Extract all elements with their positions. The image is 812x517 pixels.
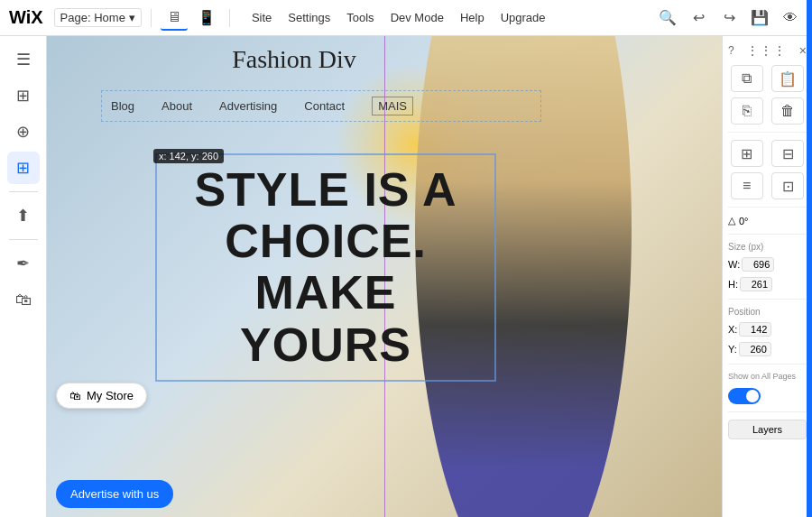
x-value[interactable]: 142 — [739, 322, 771, 337]
add-elements-icon[interactable]: ⊞ — [7, 79, 40, 112]
paste-btn[interactable]: 📋 — [771, 65, 804, 92]
sidebar-divider — [9, 191, 38, 192]
size-label: Size (px) — [728, 242, 807, 252]
save-btn[interactable]: 💾 — [747, 5, 772, 31]
panel-divider — [728, 299, 807, 300]
panel-divider — [728, 132, 807, 133]
divider — [229, 9, 230, 27]
rotation-icon: △ — [728, 215, 735, 226]
coordinate-tooltip: x: 142, y: 260 — [153, 149, 224, 163]
apps-icon[interactable]: ⊞ — [7, 152, 40, 184]
panel-help-btn[interactable]: ? — [728, 44, 734, 57]
menu-help[interactable]: Help — [453, 7, 492, 28]
advertise-button[interactable]: Advertise with us — [56, 480, 173, 508]
menu-site[interactable]: Site — [245, 7, 279, 28]
width-label: W: — [728, 259, 740, 270]
height-label: H: — [728, 279, 738, 290]
panel-copy-row: ⧉ 📋 — [728, 65, 807, 92]
upload-icon[interactable]: ⬆ — [7, 199, 40, 232]
duplicate-btn[interactable]: ⎘ — [731, 97, 763, 125]
toggle-container — [728, 388, 807, 404]
main-text-box[interactable]: STYLE IS A CHOICE. MAKE YOURS — [155, 153, 496, 382]
position-label: Position — [728, 307, 807, 317]
panel-divider — [728, 234, 807, 235]
layout-btn[interactable]: ⊡ — [771, 172, 804, 199]
mobile-view-btn[interactable]: 📱 — [193, 5, 220, 31]
undo-btn[interactable]: ↩ — [686, 5, 711, 31]
panel-dots-btn[interactable]: ⋮⋮⋮ — [746, 43, 787, 58]
top-right-tools: 🔍 ↩ ↪ 💾 👁 — [655, 5, 803, 31]
height-value[interactable]: 261 — [740, 277, 772, 291]
panel-header: ? ⋮⋮⋮ × — [728, 42, 807, 60]
page-name: Page: Home — [60, 11, 125, 24]
page-dropdown-icon: ▾ — [129, 11, 135, 24]
blog-icon[interactable]: ✒ — [7, 247, 40, 280]
panel-divider — [728, 411, 807, 412]
pages-icon[interactable]: ☰ — [7, 43, 40, 76]
width-value[interactable]: 696 — [742, 257, 774, 272]
right-panel: ? ⋮⋮⋮ × ⧉ 📋 ⎘ 🗑 ⊞ ⊟ ≡ ⊡ △ 0° Size (px) W… — [722, 36, 812, 517]
blue-stripe — [807, 0, 812, 36]
store-icon[interactable]: 🛍 — [7, 283, 40, 316]
group-btn[interactable]: ⊞ — [731, 140, 763, 167]
menu-upgrade[interactable]: Upgrade — [494, 7, 553, 28]
search-btn[interactable]: 🔍 — [655, 5, 680, 31]
left-sidebar: ☰ ⊞ ⊕ ⊞ ⬆ ✒ 🛍 — [0, 36, 47, 517]
my-store-button[interactable]: 🛍 My Store — [56, 383, 147, 409]
blue-right-stripe — [807, 36, 812, 517]
height-field: H: 261 — [728, 277, 807, 291]
x-field: X: 142 — [728, 322, 807, 337]
nav-about[interactable]: About — [161, 99, 192, 113]
delete-btn[interactable]: 🗑 — [771, 97, 804, 125]
x-label: X: — [728, 324, 737, 335]
panel-divider — [728, 207, 807, 208]
menu-tools[interactable]: Tools — [339, 7, 381, 28]
layers-button[interactable]: Layers — [728, 420, 807, 439]
store-icon: 🛍 — [69, 389, 81, 402]
align-btn[interactable]: ≡ — [731, 172, 763, 199]
add-section-icon[interactable]: ⊕ — [7, 115, 40, 148]
menu-devmode[interactable]: Dev Mode — [383, 7, 451, 28]
show-all-pages-toggle[interactable] — [728, 388, 761, 404]
panel-divider — [728, 364, 807, 365]
panel-group-row: ⊞ ⊟ — [728, 140, 807, 167]
nav-advertising[interactable]: Advertising — [219, 99, 277, 113]
panel-align-row: ≡ ⊡ — [728, 172, 807, 199]
desktop-view-btn[interactable]: 🖥 — [161, 5, 188, 31]
show-all-pages-label: Show on All Pages — [728, 372, 807, 383]
menu-settings[interactable]: Settings — [281, 7, 337, 28]
nav-mais[interactable]: MAIS — [372, 97, 413, 115]
y-value[interactable]: 260 — [739, 342, 771, 356]
copy-btn[interactable]: ⧉ — [731, 65, 763, 92]
rotation-value: 0° — [739, 216, 749, 226]
nav-blog[interactable]: Blog — [111, 99, 134, 113]
sidebar-divider — [9, 239, 38, 240]
ungroup-btn[interactable]: ⊟ — [771, 140, 804, 167]
y-label: Y: — [728, 344, 737, 355]
rotation-row: △ 0° — [728, 215, 807, 226]
page-selector[interactable]: Page: Home ▾ — [54, 8, 142, 27]
panel-dup-row: ⎘ 🗑 — [728, 97, 807, 125]
y-field: Y: 260 — [728, 342, 807, 356]
nav-contact[interactable]: Contact — [304, 99, 345, 113]
wix-logo: WiX — [9, 7, 43, 28]
canvas-nav: Blog About Advertising Contact MAIS — [101, 90, 541, 122]
top-menu: Site Settings Tools Dev Mode Help Upgrad… — [245, 7, 553, 28]
panel-close-btn[interactable]: × — [799, 43, 807, 58]
top-bar: WiX Page: Home ▾ 🖥 📱 Site Settings Tools… — [0, 0, 812, 36]
width-field: W: 696 — [728, 257, 807, 272]
main-area: ☰ ⊞ ⊕ ⊞ ⬆ ✒ 🛍 Fashion Div Blog About Adv… — [0, 36, 812, 517]
canvas: Fashion Div Blog About Advertising Conta… — [47, 36, 722, 517]
my-store-label: My Store — [87, 389, 134, 402]
redo-btn[interactable]: ↪ — [716, 5, 742, 31]
site-title: Fashion Div — [47, 45, 541, 74]
divider — [151, 9, 152, 27]
preview-btn[interactable]: 👁 — [778, 5, 803, 31]
main-headline: STYLE IS A CHOICE. MAKE YOURS — [166, 164, 485, 371]
toggle-knob — [746, 390, 759, 402]
